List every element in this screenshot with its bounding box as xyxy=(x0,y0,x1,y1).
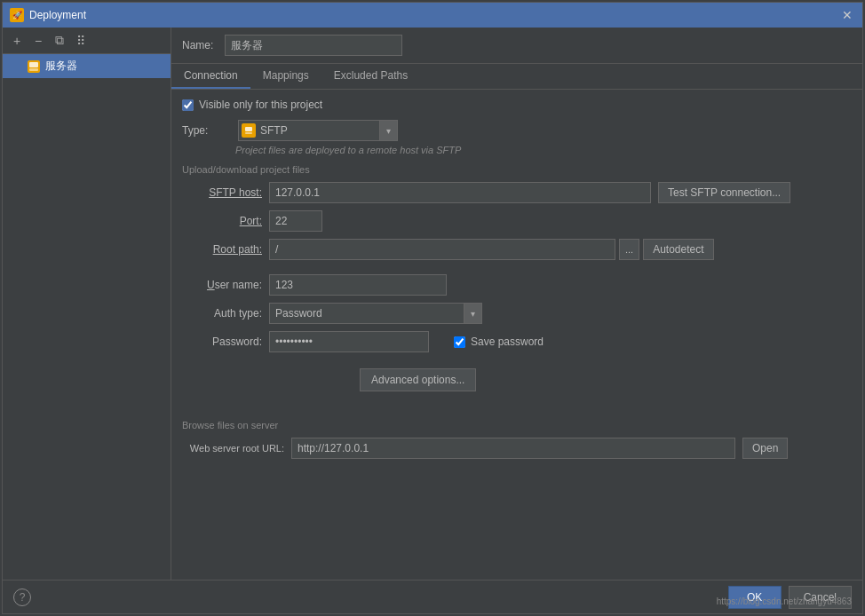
separator1 xyxy=(182,267,852,274)
port-label: Port: xyxy=(182,215,262,227)
tabs-row: Connection Mappings Excluded Paths xyxy=(171,64,862,90)
root-path-wrapper: ... Autodetect xyxy=(269,239,714,260)
connection-panel: Visible only for this project Type: SFTP… xyxy=(171,90,862,580)
tab-mappings[interactable]: Mappings xyxy=(250,64,321,89)
main-content: + − ⧉ ⠿ 服务器 Name: Connection Mapp xyxy=(3,28,862,580)
autodetect-button[interactable]: Autodetect xyxy=(643,239,713,260)
sftp-host-row: SFTP host: Test SFTP connection... xyxy=(182,182,852,203)
save-password-checkbox[interactable] xyxy=(454,336,465,348)
svg-rect-0 xyxy=(29,62,38,67)
port-input[interactable] xyxy=(269,210,322,232)
auth-type-row: Auth type: Password Key pair OpenSSH con… xyxy=(182,303,852,324)
name-input[interactable] xyxy=(225,35,402,56)
save-password-label: Save password xyxy=(471,336,544,348)
web-url-label: Web server root URL: xyxy=(182,443,284,454)
remove-server-button[interactable]: − xyxy=(29,32,47,50)
password-label: Password: xyxy=(182,336,262,348)
auth-type-select[interactable]: Password Key pair OpenSSH config and aut… xyxy=(269,303,464,324)
tab-connection[interactable]: Connection xyxy=(171,64,250,89)
port-row: Port: xyxy=(182,210,852,232)
auth-type-select-wrapper: Password Key pair OpenSSH config and aut… xyxy=(269,303,482,324)
cancel-button[interactable]: Cancel xyxy=(789,586,852,609)
bottom-right: OK Cancel xyxy=(728,586,852,609)
type-dropdown-arrow[interactable]: ▾ xyxy=(380,120,398,141)
server-list-item[interactable]: 服务器 xyxy=(3,54,171,78)
sidebar-toolbar: + − ⧉ ⠿ xyxy=(3,28,171,54)
test-sftp-button[interactable]: Test SFTP connection... xyxy=(658,182,790,203)
svg-rect-1 xyxy=(29,68,38,71)
dialog-icon: 🚀 xyxy=(10,8,24,22)
auth-type-label: Auth type: xyxy=(182,307,262,320)
password-input[interactable] xyxy=(269,331,429,352)
title-bar-left: 🚀 Deployment xyxy=(10,8,86,22)
open-button[interactable]: Open xyxy=(742,438,788,459)
name-row: Name: xyxy=(171,28,862,64)
visible-label: Visible only for this project xyxy=(199,99,322,111)
upload-section-title: Upload/download project files xyxy=(182,164,852,175)
close-button[interactable]: ✕ xyxy=(839,7,855,23)
save-password-row: Save password xyxy=(454,336,544,348)
web-url-row: Web server root URL: Open xyxy=(182,438,852,459)
move-server-button[interactable]: ⠿ xyxy=(72,32,90,50)
root-path-input[interactable] xyxy=(269,239,615,260)
username-input[interactable] xyxy=(269,274,447,296)
advanced-options-wrapper: Advanced options... xyxy=(271,361,852,406)
web-url-input[interactable] xyxy=(291,438,735,459)
advanced-options-button[interactable]: Advanced options... xyxy=(360,368,476,391)
deployment-dialog: 🚀 Deployment ✕ + − ⧉ ⠿ 服务器 Na xyxy=(2,2,863,614)
name-label: Name: xyxy=(182,39,218,51)
username-label: User name: xyxy=(182,279,262,291)
sidebar: + − ⧉ ⠿ 服务器 xyxy=(3,28,171,580)
root-path-dots-button[interactable]: ... xyxy=(619,239,639,260)
password-row: Password: Save password xyxy=(182,331,852,352)
tab-excluded-paths[interactable]: Excluded Paths xyxy=(321,64,420,89)
type-select-wrapper: SFTP ▾ xyxy=(238,120,398,141)
type-row: Type: SFTP ▾ xyxy=(182,120,852,141)
root-path-row: Root path: ... Autodetect xyxy=(182,239,852,260)
username-row: User name: xyxy=(182,274,852,296)
dialog-title: Deployment xyxy=(29,9,86,21)
type-label: Type: xyxy=(182,124,231,137)
add-server-button[interactable]: + xyxy=(8,32,26,50)
ok-button[interactable]: OK xyxy=(728,586,782,609)
sftp-host-input[interactable] xyxy=(269,182,651,203)
visible-checkbox[interactable] xyxy=(182,99,194,111)
server-item-label: 服务器 xyxy=(45,59,77,74)
auth-dropdown-arrow[interactable]: ▾ xyxy=(464,303,482,324)
copy-server-button[interactable]: ⧉ xyxy=(51,32,68,50)
help-button[interactable]: ? xyxy=(13,588,31,606)
browse-section-title: Browse files on server xyxy=(182,420,852,430)
title-bar: 🚀 Deployment ✕ xyxy=(3,3,862,28)
type-select[interactable]: SFTP xyxy=(238,120,380,141)
right-panel: Name: Connection Mappings Excluded Paths… xyxy=(171,28,862,580)
bottom-bar: ? OK Cancel xyxy=(3,580,862,613)
root-path-label: Root path: xyxy=(182,243,262,256)
sftp-host-label: SFTP host: xyxy=(182,186,262,199)
server-item-icon xyxy=(28,60,40,73)
visible-checkbox-row: Visible only for this project xyxy=(182,99,852,111)
bottom-left: ? xyxy=(13,588,31,606)
type-hint: Project files are deployed to a remote h… xyxy=(235,145,852,155)
